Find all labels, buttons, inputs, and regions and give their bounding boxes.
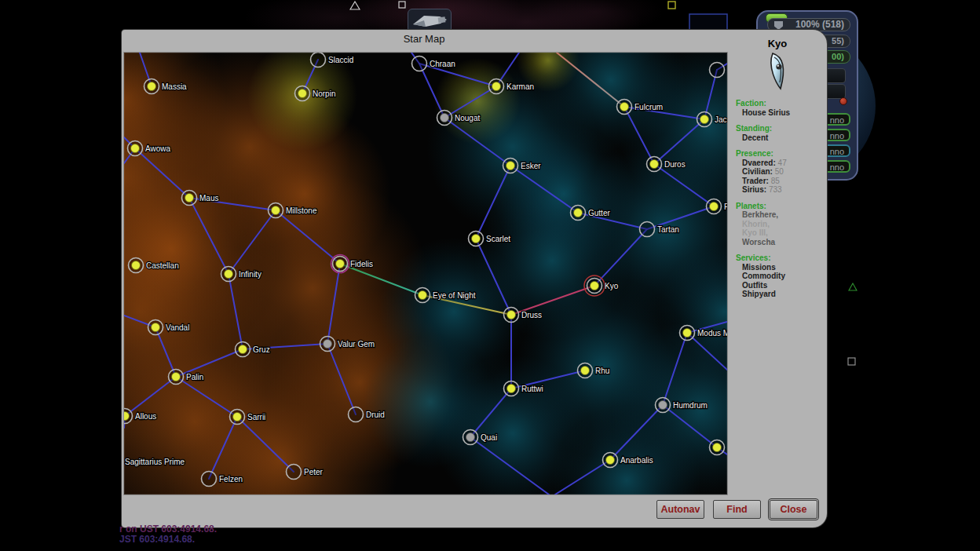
star-map-dialog: Star Map (122, 30, 827, 527)
system-label: Peter (304, 468, 324, 476)
house-sirius-crest-icon (759, 51, 795, 92)
radar-triangle-icon (349, 1, 360, 10)
presence-faction: Sirius: (742, 185, 766, 194)
system-label: Gruz (253, 345, 270, 354)
system-label: Chraan (430, 60, 455, 68)
system-label: Druss (521, 311, 542, 319)
system-label: Anarbalis (620, 456, 653, 465)
system-label: Jac (715, 115, 727, 124)
system-label: Felzen (219, 475, 243, 483)
map-system-chraan[interactable]: Chraan (412, 57, 455, 71)
presence-value: 50 (775, 167, 784, 176)
system-label: Infinity (239, 270, 261, 279)
nebula-blob (364, 335, 497, 469)
faction-value: House Sirius (742, 108, 827, 118)
planets-label: Planets: (736, 202, 827, 211)
map-viewport[interactable]: MassiaSlaccidNorpinChraanKarmanNougatFul… (123, 52, 728, 495)
system-label: F (724, 203, 727, 211)
system-label: Millstone (286, 206, 317, 215)
system-label: Slaccid (328, 56, 353, 64)
system-label: Ruttwi (521, 385, 543, 393)
radar-gray-square-icon (847, 357, 856, 366)
system-label: Fidelis (350, 260, 373, 268)
system-label: Nougat (455, 114, 480, 122)
game-screen: 100% (518) 55) 00) nno nno nno nno Star … (0, 0, 980, 551)
autonav-button[interactable]: Autonav (656, 500, 704, 519)
presence-value: 85 (771, 177, 780, 185)
system-info-sidebar: Kyo Faction: House Sirius Standing: Dece… (728, 35, 827, 498)
armour-value: 55) (832, 36, 844, 46)
selected-system-name: Kyo (728, 38, 827, 49)
map-system-circle-nw[interactable] (710, 63, 725, 78)
system-label: Humdrum (673, 401, 708, 410)
system-label: Awowa (145, 144, 170, 153)
system-label: Vandal (166, 323, 189, 332)
log-line: JST 603:4914.68. (119, 535, 217, 545)
presence-faction: Trader: (742, 177, 769, 185)
system-label: Maus (199, 194, 218, 203)
presence-value: 47 (778, 159, 787, 167)
map-system-re-yellow[interactable] (710, 440, 725, 455)
standing-value: Decent (742, 133, 827, 143)
system-label: Esker (521, 162, 541, 170)
system-label: Druid (366, 411, 385, 419)
shield-icon (774, 21, 783, 30)
planet-item: Worscha (742, 238, 827, 247)
weapon-slot-label: nno (830, 162, 844, 172)
presence-faction: Civilian: (742, 167, 773, 176)
system-label: Fulcrum (634, 103, 663, 111)
planet-item: Khorin, (742, 220, 827, 229)
faction-label: Faction: (736, 99, 827, 108)
services-label: Services: (736, 254, 827, 263)
system-label: Valur Gem (338, 340, 375, 348)
message-log: r on UST 603:4914.68. JST 603:4914.68. (119, 524, 217, 545)
service-item: Outfits (742, 281, 827, 290)
system-label: Massia (162, 82, 187, 91)
presence-row: Sirius: 733 (742, 185, 827, 195)
standing-label: Standing: (736, 124, 827, 133)
system-label: Kyo (605, 282, 619, 290)
close-button[interactable]: Close (770, 500, 817, 519)
presence-value: 733 (769, 185, 782, 194)
system-label: Norpin (313, 89, 335, 98)
system-label: Modus M (697, 329, 727, 338)
map-system-sagittarius-prime[interactable]: Sagittarius Prime (125, 458, 185, 466)
radar-green-triangle-icon (848, 283, 858, 291)
presence-faction: Dvaered: (742, 159, 776, 167)
alert-dot (839, 97, 847, 105)
service-item: Shipyard (742, 290, 827, 299)
planet-item: Kyo III, (742, 228, 827, 238)
service-item: Missions (742, 263, 827, 272)
system-label: Gutter (588, 209, 610, 217)
planet-item: Berkhere, (742, 210, 827, 220)
system-label: Sagittarius Prime (125, 458, 185, 466)
system-label: Scarlet (486, 235, 510, 243)
star-map-canvas[interactable]: MassiaSlaccidNorpinChraanKarmanNougatFul… (124, 53, 727, 494)
system-label: Sarrii (247, 413, 265, 421)
system-label: Karman (506, 82, 534, 91)
system-label: Eye of Night (433, 291, 476, 300)
ship-icon (408, 9, 451, 32)
nebula-blob (493, 123, 634, 265)
service-item: Commodity (742, 272, 827, 281)
system-label: Rhu (595, 367, 609, 375)
system-label: Castellan (146, 261, 179, 270)
target-square-icon (667, 1, 676, 9)
system-label: Duros (664, 160, 686, 169)
presence-row: Dvaered: 47 (742, 159, 827, 168)
energy-value: 00) (832, 52, 844, 61)
weapon-slot-label: nno (830, 115, 844, 125)
dialog-title: Star Map (122, 33, 726, 45)
system-label: Quai (481, 433, 497, 442)
shield-value: 100% (518) (795, 19, 844, 30)
weapon-slot-label: nno (830, 147, 844, 156)
find-button[interactable]: Find (713, 500, 761, 519)
presence-row: Civilian: 50 (742, 167, 827, 177)
radar-square-icon (398, 1, 406, 9)
system-label: Allous (135, 412, 156, 421)
system-label: Palin (186, 373, 203, 381)
presence-label: Presence: (736, 149, 827, 159)
presence-row: Trader: 85 (742, 177, 827, 186)
system-label: Tartan (657, 225, 679, 234)
weapon-slot-label: nno (830, 131, 844, 140)
